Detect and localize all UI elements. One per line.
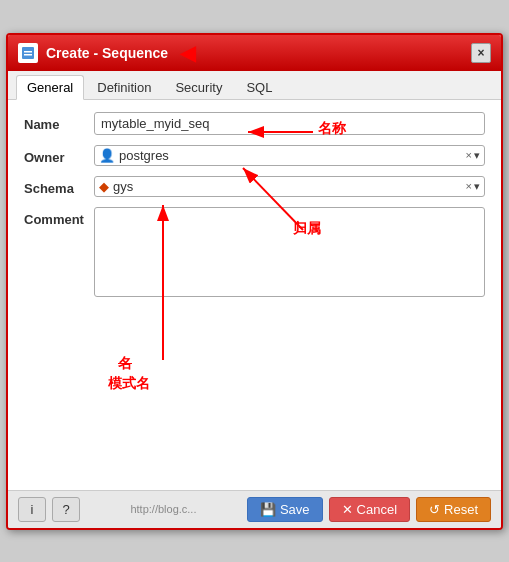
dialog-title: Create - Sequence — [46, 45, 168, 61]
info-button[interactable]: i — [18, 497, 46, 522]
save-button[interactable]: 💾 Save — [247, 497, 323, 522]
owner-label: Owner — [24, 145, 94, 165]
cancel-icon: ✕ — [342, 502, 353, 517]
content-area: Name Owner 👤 postgres × ▾ Schema ◆ — [8, 100, 501, 490]
name-row: Name — [24, 112, 485, 135]
schema-db-icon: ◆ — [99, 179, 109, 194]
footer-right: 💾 Save ✕ Cancel ↺ Reset — [247, 497, 491, 522]
schema-strikethrough-label: 名 — [118, 355, 132, 373]
owner-control-wrap: 👤 postgres × ▾ — [94, 145, 485, 166]
footer: i ? http://blog.c... 💾 Save ✕ Cancel ↺ R… — [8, 490, 501, 528]
name-control-wrap — [94, 112, 485, 135]
title-arrow: ◀ — [180, 41, 195, 65]
name-input[interactable] — [94, 112, 485, 135]
owner-dropdown-icon[interactable]: ▾ — [474, 149, 480, 162]
save-icon: 💾 — [260, 502, 276, 517]
reset-button[interactable]: ↺ Reset — [416, 497, 491, 522]
title-bar-left: Create - Sequence ◀ — [18, 41, 195, 65]
comment-label: Comment — [24, 207, 94, 227]
save-label: Save — [280, 502, 310, 517]
svg-rect-0 — [22, 47, 34, 59]
footer-url: http://blog.c... — [130, 503, 196, 515]
tab-definition[interactable]: Definition — [86, 75, 162, 99]
schema-label: Schema — [24, 176, 94, 196]
tabs-bar: General Definition Security SQL — [8, 71, 501, 100]
reset-icon: ↺ — [429, 502, 440, 517]
tab-security[interactable]: Security — [164, 75, 233, 99]
schema-clear-icon[interactable]: × — [466, 180, 472, 192]
owner-value: postgres — [119, 148, 466, 163]
tab-general[interactable]: General — [16, 75, 84, 100]
dialog-icon — [18, 43, 38, 63]
cancel-label: Cancel — [357, 502, 397, 517]
title-bar: Create - Sequence ◀ × — [8, 35, 501, 71]
schema-select[interactable]: ◆ gys × ▾ — [94, 176, 485, 197]
owner-user-icon: 👤 — [99, 148, 115, 163]
owner-clear-icon[interactable]: × — [466, 149, 472, 161]
svg-rect-1 — [24, 51, 32, 53]
help-button[interactable]: ? — [52, 497, 80, 522]
schema-control-wrap: ◆ gys × ▾ — [94, 176, 485, 197]
schema-value: gys — [113, 179, 466, 194]
svg-rect-2 — [24, 54, 32, 56]
owner-row: Owner 👤 postgres × ▾ — [24, 145, 485, 166]
schema-name-annotation-label: 模式名 — [108, 375, 150, 393]
tab-sql[interactable]: SQL — [235, 75, 283, 99]
owner-select[interactable]: 👤 postgres × ▾ — [94, 145, 485, 166]
cancel-button[interactable]: ✕ Cancel — [329, 497, 410, 522]
schema-dropdown-icon[interactable]: ▾ — [474, 180, 480, 193]
footer-left: i ? — [18, 497, 80, 522]
schema-row: Schema ◆ gys × ▾ — [24, 176, 485, 197]
name-label: Name — [24, 112, 94, 132]
comment-textarea[interactable] — [94, 207, 485, 297]
create-sequence-dialog: Create - Sequence ◀ × General Definition… — [6, 33, 503, 530]
comment-control-wrap — [94, 207, 485, 300]
comment-row: Comment — [24, 207, 485, 300]
close-button[interactable]: × — [471, 43, 491, 63]
reset-label: Reset — [444, 502, 478, 517]
